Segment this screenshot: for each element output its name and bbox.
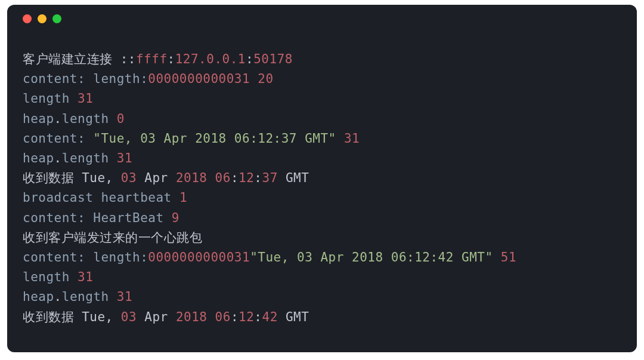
text: length (23, 270, 78, 284)
text: content: (23, 131, 93, 146)
text: : (231, 171, 239, 185)
text: 37 (262, 171, 278, 185)
text: 50178 (253, 52, 293, 66)
text: 31 (117, 290, 132, 304)
text (336, 131, 344, 146)
text: 42 (262, 310, 278, 324)
text: 31 (78, 270, 93, 284)
text: . (54, 290, 62, 304)
window-controls (23, 14, 621, 23)
text: 0 (117, 112, 125, 126)
text: . (54, 112, 62, 126)
text: content: length: (23, 250, 148, 264)
text: content: HeartBeat (23, 211, 172, 225)
text: GMT (278, 171, 309, 185)
text: 0000000000031 (148, 250, 250, 264)
text: : (246, 52, 253, 66)
text: length (23, 91, 78, 106)
text: heap (23, 290, 54, 304)
text (493, 250, 501, 264)
text: 03 (121, 171, 137, 185)
text: content: length: (23, 72, 148, 86)
text: : (231, 310, 239, 324)
zoom-icon[interactable] (52, 14, 61, 23)
text (250, 72, 258, 86)
text: 2018 (176, 310, 208, 324)
text: . (54, 151, 62, 165)
text (207, 171, 215, 185)
text: length (62, 290, 117, 304)
text: length (62, 151, 117, 165)
text: 客户端建立连接 (23, 52, 120, 66)
text: heap (23, 112, 54, 126)
text: 1 (179, 190, 187, 205)
text: GMT (278, 310, 309, 324)
text: 31 (344, 131, 360, 146)
text: Apr (137, 310, 176, 324)
text: 06 (215, 171, 231, 185)
text: "Tue, 03 Apr 2018 06:12:42 GMT" (250, 250, 493, 264)
text: 12 (239, 171, 254, 185)
text: 51 (501, 250, 516, 264)
text: 收到数据 Tue, (23, 310, 121, 324)
text: 03 (121, 310, 137, 324)
text: : (168, 52, 175, 66)
text: "Tue, 03 Apr 2018 06:12:37 GMT" (93, 131, 336, 146)
text: 12 (239, 310, 254, 324)
text: 0000000000031 (148, 72, 250, 86)
text: heap (23, 151, 54, 165)
text: 20 (258, 72, 273, 86)
terminal-output: 客户端建立连接 ::ffff:127.0.0.1:50178 content: … (23, 50, 621, 327)
text: 06 (215, 310, 231, 324)
minimize-icon[interactable] (38, 14, 47, 23)
text: : (254, 171, 262, 185)
text: length (62, 112, 117, 126)
terminal-window: 客户端建立连接 ::ffff:127.0.0.1:50178 content: … (7, 5, 637, 352)
text: 收到客户端发过来的一个心跳包 (23, 230, 202, 245)
text: 31 (117, 151, 132, 165)
text (207, 310, 215, 324)
text: broadcast heartbeat (23, 190, 179, 205)
text: 9 (172, 211, 179, 225)
text: :: (120, 52, 136, 66)
text: Apr (137, 171, 176, 185)
close-icon[interactable] (23, 14, 32, 23)
text: 31 (78, 91, 93, 106)
text: : (254, 310, 262, 324)
text: 127.0.0.1 (175, 52, 246, 66)
text: 2018 (176, 171, 208, 185)
text: 收到数据 Tue, (23, 171, 121, 185)
text: ffff (136, 52, 168, 66)
